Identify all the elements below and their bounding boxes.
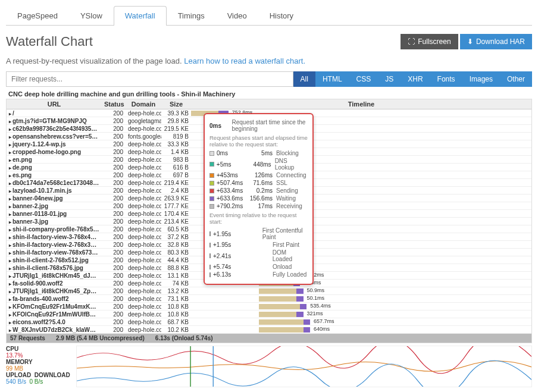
page-title: Waterfall Chart — [6, 34, 93, 49]
filter-other[interactable]: Other — [500, 71, 532, 87]
fullscreen-button[interactable]: ⛶Fullscreen — [401, 34, 458, 49]
page-caption: CNC deep hole drilling machine and gun d… — [6, 89, 532, 99]
tab-pagespeed[interactable]: PageSpeed — [6, 6, 69, 25]
summary-bar: 57 Requests 2.9 MB (5.4 MB Uncompressed)… — [7, 334, 531, 343]
tab-waterfall[interactable]: Waterfall — [114, 6, 167, 26]
filter-input[interactable] — [6, 71, 293, 87]
filter-css[interactable]: CSS — [349, 71, 379, 87]
tab-video[interactable]: Video — [216, 6, 258, 25]
learn-link[interactable]: Learn how to read a waterfall chart. — [184, 57, 305, 65]
filter-fonts[interactable]: Fonts — [430, 71, 462, 87]
table-row[interactable]: W_8XJnvUD7dzB2Ck_klaWUM...200deep-hole.c… — [7, 326, 531, 334]
filter-html[interactable]: HTML — [315, 71, 349, 87]
fullscreen-icon: ⛶ — [408, 37, 415, 46]
metrics-chart — [76, 346, 532, 387]
filter-images[interactable]: Images — [462, 71, 500, 87]
filter-xhr[interactable]: XHR — [401, 71, 430, 87]
timing-tooltip: 0msRequest start time since the beginnin… — [204, 113, 314, 285]
subtitle: A request-by-request visualization of th… — [6, 57, 532, 65]
tab-history[interactable]: History — [258, 6, 305, 25]
grid-header: URL Status Domain Size Timeline — [7, 99, 531, 109]
metrics-labels: CPU 13.7% MEMORY 99 MB UPLOAD DOWNLOAD 5… — [6, 346, 70, 387]
download-har-button[interactable]: ⬇Download HAR — [460, 34, 532, 49]
main-tabs: PageSpeed YSlow Waterfall Timings Video … — [6, 6, 532, 26]
filter-all[interactable]: All — [293, 71, 315, 87]
filter-js[interactable]: JS — [378, 71, 401, 87]
tab-yslow[interactable]: YSlow — [69, 6, 114, 25]
tab-timings[interactable]: Timings — [167, 6, 216, 25]
download-icon: ⬇ — [467, 37, 473, 46]
